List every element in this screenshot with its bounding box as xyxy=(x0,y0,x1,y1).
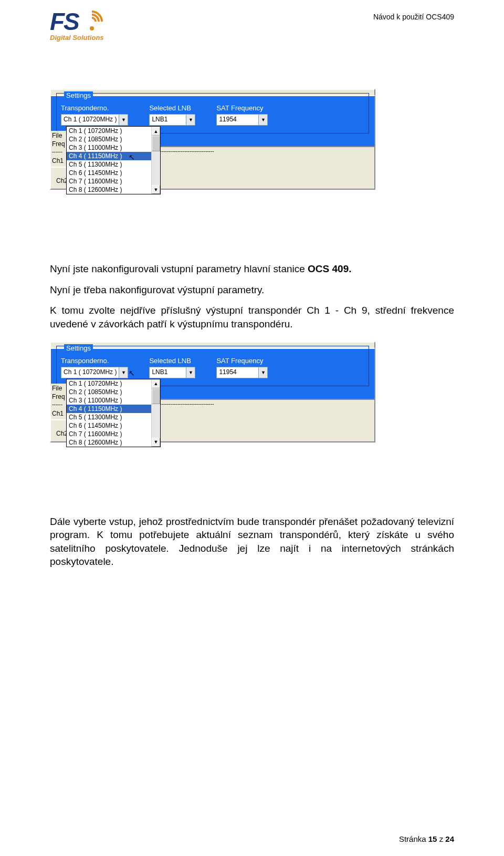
scroll-thumb[interactable] xyxy=(152,136,160,151)
dropdown-item[interactable]: Ch 3 ( 11000MHz ) xyxy=(67,143,151,152)
chevron-down-icon[interactable]: ▼ xyxy=(186,114,195,126)
lnb-combo[interactable]: LNB1 ▼ xyxy=(149,367,195,378)
transponder-combo[interactable]: Ch 1 ( 10720MHz ) ▼ xyxy=(61,367,128,378)
dropdown-item[interactable]: Ch 2 ( 10850MHz ) xyxy=(67,135,151,143)
dropdown-item[interactable]: Ch 3 ( 11000MHz ) xyxy=(67,396,151,405)
sat-label: SAT Frequency xyxy=(216,104,268,112)
lnb-label: Selected LNB xyxy=(149,104,195,112)
dropdown-item[interactable]: Ch 4 ( 11150MHz ) xyxy=(67,405,151,413)
lnb-label: Selected LNB xyxy=(149,357,195,365)
dropdown-item[interactable]: Ch 5 ( 11300MHz ) xyxy=(67,160,151,169)
lnb-combo[interactable]: LNB1 ▼ xyxy=(149,114,195,126)
chevron-down-icon[interactable]: ▼ xyxy=(186,367,195,378)
wifi-icon xyxy=(81,11,103,33)
scroll-down-icon[interactable]: ▼ xyxy=(152,438,160,447)
scroll-down-icon[interactable]: ▼ xyxy=(152,185,160,194)
dropdown-item[interactable]: Ch 7 ( 11600MHz ) xyxy=(67,177,151,185)
chevron-down-icon[interactable]: ▼ xyxy=(258,367,268,378)
paragraph-2: Nyní je třeba nakonfigurovat výstupní pa… xyxy=(50,283,454,297)
dropdown-item[interactable]: Ch 6 ( 11450MHz ) xyxy=(67,421,151,430)
paragraph-1: Nyní jste nakonfigurovali vstupní parame… xyxy=(50,262,454,276)
logo-text: FS xyxy=(50,12,79,32)
chevron-down-icon[interactable]: ▼ xyxy=(258,114,268,126)
scrollbar[interactable]: ▲ ▼ xyxy=(151,379,160,447)
scroll-up-icon[interactable]: ▲ xyxy=(152,127,160,136)
dropdown-item[interactable]: Ch 1 ( 10720MHz ) xyxy=(67,379,151,388)
logo-subtitle: Digital Solutions xyxy=(50,34,123,42)
settings-screenshot-1: Settings Transponderno. Ch 1 ( 10720MHz … xyxy=(50,89,454,231)
dropdown-item[interactable]: Ch 8 ( 12600MHz ) xyxy=(67,185,151,194)
document-code: Návod k použití OCS409 xyxy=(373,13,454,21)
scrollbar[interactable]: ▲ ▼ xyxy=(151,127,160,194)
lnb-value[interactable]: LNB1 xyxy=(149,114,186,126)
transponder-label: Transponderno. xyxy=(61,357,128,365)
sat-combo[interactable]: 11954 ▼ xyxy=(216,367,268,378)
scroll-thumb[interactable] xyxy=(152,388,160,404)
transponder-dropdown[interactable]: Ch 1 ( 10720MHz )Ch 2 ( 10850MHz )Ch 3 (… xyxy=(66,379,161,447)
chevron-down-icon[interactable]: ▼ xyxy=(119,114,128,126)
transponder-value[interactable]: Ch 1 ( 10720MHz ) xyxy=(61,114,119,126)
dropdown-item[interactable]: Ch 4 ( 11150MHz ) xyxy=(67,152,151,160)
paragraph-4: Dále vyberte vstup, jehož prostřednictví… xyxy=(50,515,454,569)
dropdown-item[interactable]: Ch 1 ( 10720MHz ) xyxy=(67,127,151,135)
dropdown-item[interactable]: Ch 2 ( 10850MHz ) xyxy=(67,388,151,396)
transponder-dropdown[interactable]: Ch 1 ( 10720MHz )Ch 2 ( 10850MHz )Ch 3 (… xyxy=(66,126,161,194)
dropdown-item[interactable]: Ch 7 ( 11600MHz ) xyxy=(67,430,151,438)
page-footer: Stránka 15 z 24 xyxy=(399,834,454,843)
sat-value[interactable]: 11954 xyxy=(216,367,258,378)
settings-screenshot-2: Settings Transponderno. Ch 1 ( 10720MHz … xyxy=(50,342,454,489)
chevron-down-icon[interactable]: ▼ xyxy=(119,367,128,378)
transponder-combo[interactable]: Ch 1 ( 10720MHz ) ▼ xyxy=(61,114,128,126)
sat-label: SAT Frequency xyxy=(216,357,268,365)
dropdown-item[interactable]: Ch 8 ( 12600MHz ) xyxy=(67,438,151,447)
settings-legend: Settings xyxy=(64,91,93,99)
dropdown-item[interactable]: Ch 5 ( 11300MHz ) xyxy=(67,413,151,421)
transponder-value[interactable]: Ch 1 ( 10720MHz ) xyxy=(61,367,119,378)
page-header: FS Digital Solutions Návod k použití OCS… xyxy=(50,11,454,42)
lnb-value[interactable]: LNB1 xyxy=(149,367,186,378)
paragraph-3: K tomu zvolte nejdříve příslušný výstupn… xyxy=(50,304,454,331)
scroll-up-icon[interactable]: ▲ xyxy=(152,379,160,388)
sat-combo[interactable]: 11954 ▼ xyxy=(216,114,268,126)
logo: FS Digital Solutions xyxy=(50,11,123,42)
transponder-label: Transponderno. xyxy=(61,104,128,112)
settings-legend: Settings xyxy=(64,344,93,352)
sat-value[interactable]: 11954 xyxy=(216,114,258,126)
dropdown-item[interactable]: Ch 6 ( 11450MHz ) xyxy=(67,169,151,177)
